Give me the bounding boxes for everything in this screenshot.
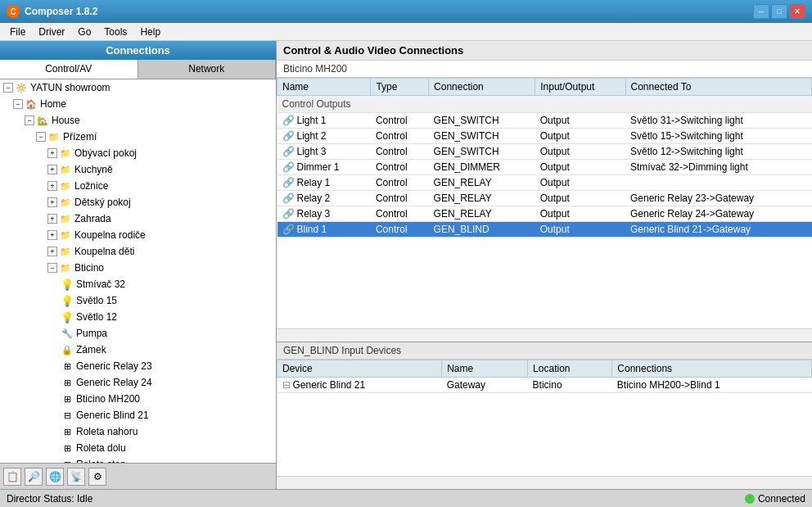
tree-item-zamek[interactable]: 🔒 Zámek xyxy=(0,342,276,358)
pumpa-icon: 🔧 xyxy=(61,327,74,340)
bottom-section-title: GEN_BLIND Input Devices xyxy=(277,342,812,360)
list-item[interactable]: ⊟Generic Blind 21 Gateway Bticino Bticin… xyxy=(277,378,812,393)
menu-go[interactable]: Go xyxy=(71,25,97,39)
table-row[interactable]: 🔗Relay 1 Control GEN_RELAY Output xyxy=(277,175,812,191)
expand-kuchyne[interactable]: + xyxy=(47,165,57,174)
tree-item-yatun[interactable]: − 🔆 YATUN showroom xyxy=(0,79,276,96)
koupelna-deti-label: Koupelna děti xyxy=(74,246,134,257)
bticino-icon: 📁 xyxy=(59,261,72,274)
expand-zahrada[interactable]: + xyxy=(47,214,57,224)
expand-obyvaci[interactable]: + xyxy=(47,148,57,158)
minimize-button[interactable]: ─ xyxy=(753,4,769,19)
connected-label: Connected xyxy=(758,493,805,505)
zamek-label: Zámek xyxy=(76,344,106,355)
tab-network[interactable]: Network xyxy=(138,60,277,79)
bottom-table-container[interactable]: Device Name Location Connections ⊟Generi… xyxy=(277,360,812,476)
yatun-label: YATUN showroom xyxy=(30,82,111,93)
kuchyne-icon: 📁 xyxy=(59,163,72,176)
menu-tools[interactable]: Tools xyxy=(97,25,133,39)
cell-name: 🔗Relay 3 xyxy=(277,206,371,222)
expand-home[interactable]: − xyxy=(13,99,23,109)
bottom-table: Device Name Location Connections ⊟Generi… xyxy=(277,360,812,393)
tree-item-roleta-dolu[interactable]: ⊞ Roleta dolu xyxy=(0,440,276,456)
expand-loznice[interactable]: + xyxy=(47,181,57,191)
toolbar-btn-1[interactable]: 📋 xyxy=(3,468,21,486)
toolbar-btn-3[interactable]: 🌐 xyxy=(46,468,64,486)
cell-name: 🔗Light 1 xyxy=(277,113,371,129)
left-panel: Connections Control/AV Network − 🔆 YATUN… xyxy=(0,41,277,489)
toolbar-btn-5[interactable]: ⚙ xyxy=(88,468,106,486)
tree-item-prizemi[interactable]: − 📁 Přízemí xyxy=(0,129,276,145)
prizemi-icon: 📁 xyxy=(47,130,61,143)
table-row[interactable]: 🔗Relay 2 Control GEN_RELAY Output Generi… xyxy=(277,191,812,206)
cell-connectedto xyxy=(625,175,811,191)
table-row[interactable]: 🔗Light 3 Control GEN_SWITCH Output Světl… xyxy=(277,144,812,160)
menu-help[interactable]: Help xyxy=(133,25,167,39)
tree-item-bticino[interactable]: − 📁 Bticino xyxy=(0,260,276,276)
bottom-col-location: Location xyxy=(528,360,612,378)
tree-item-roleta-stop[interactable]: ⊞ Roleta stop xyxy=(0,456,276,463)
prizemi-label: Přízemí xyxy=(63,131,97,143)
toolbar-btn-4[interactable]: 📡 xyxy=(67,468,85,486)
tree-item-stmivac32[interactable]: 💡 Stmívač 32 xyxy=(0,276,276,292)
tree-item-relay24[interactable]: ⊞ Generic Relay 24 xyxy=(0,374,276,391)
expand-yatun[interactable]: − xyxy=(3,83,13,93)
menu-file[interactable]: File xyxy=(3,25,32,39)
tree-item-svetlo15[interactable]: 💡 Světlo 15 xyxy=(0,292,276,309)
tree-view[interactable]: − 🔆 YATUN showroom − 🏠 Home − 🏡 House xyxy=(0,79,276,463)
house-label: House xyxy=(52,115,80,126)
top-table-container[interactable]: Name Type Connection Input/Output Connec… xyxy=(277,78,812,328)
bottom-cell-location: Bticino xyxy=(528,378,612,393)
close-button[interactable]: ✕ xyxy=(789,4,805,19)
bottom-h-scroll[interactable] xyxy=(277,476,812,489)
top-table-section: Name Type Connection Input/Output Connec… xyxy=(277,78,812,342)
expand-bticino[interactable]: − xyxy=(47,263,57,273)
bticino-label: Bticino xyxy=(74,262,104,274)
tree-item-detsky[interactable]: + 📁 Dětský pokoj xyxy=(0,194,276,210)
table-row[interactable]: 🔗Dimmer 1 Control GEN_DIMMER Output Stmí… xyxy=(277,160,812,175)
cell-io: Output xyxy=(535,175,625,191)
connection-status: Connected xyxy=(745,493,805,505)
tree-item-pumpa[interactable]: 🔧 Pumpa xyxy=(0,325,276,342)
tree-item-zahrada[interactable]: + 📁 Zahrada xyxy=(0,210,276,227)
tree-item-kuchyne[interactable]: + 📁 Kuchyně xyxy=(0,161,276,178)
tree-item-svetlo12[interactable]: 💡 Světlo 12 xyxy=(0,309,276,325)
menu-driver[interactable]: Driver xyxy=(32,25,71,39)
cell-type: Control xyxy=(371,160,429,175)
tree-item-home[interactable]: − 🏠 Home xyxy=(0,96,276,112)
expand-koupelna-rodice[interactable]: + xyxy=(47,230,57,240)
bottom-cell-device: ⊟Generic Blind 21 xyxy=(277,378,442,393)
tree-item-roleta-nahoru[interactable]: ⊞ Roleta nahoru xyxy=(0,423,276,440)
table-row[interactable]: 🔗Light 1 Control GEN_SWITCH Output Světl… xyxy=(277,113,812,129)
expand-detsky[interactable]: + xyxy=(47,197,57,207)
table-row[interactable]: 🔗Blind 1 Control GEN_BLIND Output Generi… xyxy=(277,222,812,238)
maximize-button[interactable]: □ xyxy=(771,4,787,19)
expand-prizemi[interactable]: − xyxy=(36,132,46,142)
tree-item-house[interactable]: − 🏡 House xyxy=(0,112,276,129)
tree-item-relay23[interactable]: ⊞ Generic Relay 23 xyxy=(0,358,276,374)
tab-control-av[interactable]: Control/AV xyxy=(0,60,138,79)
cell-name: 🔗Dimmer 1 xyxy=(277,160,371,175)
cell-connectedto: Stmívač 32->Dimming light xyxy=(625,160,811,175)
tree-item-koupelna-deti[interactable]: + 📁 Koupelna děti xyxy=(0,243,276,260)
toolbar-btn-2[interactable]: 🔎 xyxy=(25,468,43,486)
cell-io: Output xyxy=(535,206,625,222)
koupelna-rodice-label: Koupelna rodiče xyxy=(74,229,146,241)
expand-house[interactable]: − xyxy=(25,115,34,125)
table-row[interactable]: 🔗Light 2 Control GEN_SWITCH Output Světl… xyxy=(277,129,812,144)
tree-item-obyvaci[interactable]: + 📁 Obývací pokoj xyxy=(0,145,276,161)
top-h-scroll[interactable] xyxy=(277,328,812,342)
stmivac32-label: Stmívač 32 xyxy=(76,278,125,290)
col-connection: Connection xyxy=(429,79,535,96)
tree-item-blind21[interactable]: ⊟ Generic Blind 21 xyxy=(0,407,276,423)
expand-koupelna-deti[interactable]: + xyxy=(47,247,57,256)
koupelna-deti-icon: 📁 xyxy=(59,245,72,258)
bottom-table-body: ⊟Generic Blind 21 Gateway Bticino Bticin… xyxy=(277,378,812,393)
bottom-cell-connections: Bticino MH200->Blind 1 xyxy=(612,378,812,393)
tree-item-loznice[interactable]: + 📁 Ložnice xyxy=(0,178,276,194)
tree-item-bticinoMH200[interactable]: ⊞ Bticino MH200 xyxy=(0,391,276,407)
tree-item-koupelna-rodice[interactable]: + 📁 Koupelna rodiče xyxy=(0,227,276,243)
cell-connectedto: Generic Relay 24->Gateway xyxy=(625,206,811,222)
table-row[interactable]: 🔗Relay 3 Control GEN_RELAY Output Generi… xyxy=(277,206,812,222)
zamek-icon: 🔒 xyxy=(61,343,74,356)
